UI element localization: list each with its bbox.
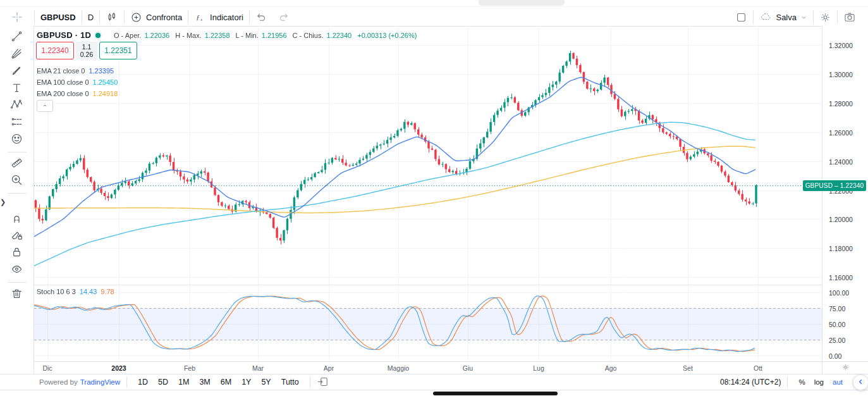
bottombar-divider	[310, 376, 310, 388]
range-button-1m[interactable]: 1M	[174, 376, 193, 388]
draw-lock-button[interactable]	[5, 228, 29, 245]
last-price-tag: GBPUSD – 1.22340	[803, 180, 866, 191]
bid-ask-panel: 1.22340 1.1 0.26 1.22351	[36, 42, 137, 59]
range-button-tutto[interactable]: Tutto	[277, 376, 303, 388]
spread-box: 1.1 0.26	[76, 42, 97, 59]
stoch-legend[interactable]: Stoch 10 6 3 14.43 9.78	[37, 288, 114, 295]
time-tick-label: Dic	[42, 364, 52, 372]
range-button-3m[interactable]: 3M	[195, 376, 214, 388]
hide-all-button[interactable]	[5, 262, 29, 279]
time-axis[interactable]: Dic2023FebMarAprMaggioGiuLugAgoSetOtt	[34, 361, 822, 374]
toolbar-separator	[8, 152, 27, 152]
ohlc-values: O - Aper.1.22036 H - Max.1.22358 L - Min…	[114, 32, 419, 39]
market-status-dot[interactable]	[95, 33, 101, 38]
brush-button[interactable]	[5, 63, 29, 80]
stoch-tick-label: 0.00	[829, 352, 841, 360]
range-button-1y[interactable]: 1Y	[237, 376, 255, 388]
sell-button[interactable]: 1.22340	[36, 42, 74, 59]
bid-value: 1.22340	[41, 46, 68, 55]
save-label: Salva	[776, 13, 797, 22]
stoch-tick-label: 50.00	[829, 321, 845, 328]
range-button-1d[interactable]: 1D	[133, 376, 152, 388]
zoom-in-button[interactable]	[5, 173, 29, 190]
time-tick-label: Giu	[463, 364, 473, 372]
lock-all-button[interactable]	[5, 245, 29, 262]
symbol-label: GBPUSD	[40, 13, 76, 22]
pane-settings-gear-icon[interactable]	[841, 362, 850, 374]
symbol-button[interactable]: GBPUSD	[35, 8, 82, 26]
time-tick-label: Ott	[754, 364, 762, 372]
stoch-name: Stoch 10 6 3	[37, 288, 76, 295]
indicator-row[interactable]: EMA 200 close 01.24918	[37, 90, 118, 97]
settings-button[interactable]	[814, 8, 837, 26]
change-value: +0.00313 (+0.26%)	[357, 32, 417, 39]
fx-icon: ƒx	[194, 11, 206, 23]
go-to-date-icon[interactable]	[317, 376, 329, 389]
xabcd-pattern-button[interactable]	[5, 97, 29, 114]
trash-button[interactable]	[5, 286, 29, 303]
left-panel-arrow[interactable]: ❯	[0, 196, 6, 207]
magnet-button[interactable]	[5, 211, 29, 228]
spread-bottom: 0.26	[80, 51, 93, 58]
range-button-5d[interactable]: 5D	[154, 376, 173, 388]
indicators-button[interactable]: ƒx Indicatori	[188, 8, 249, 26]
range-button-5y[interactable]: 5Y	[257, 376, 275, 388]
ruler-button[interactable]	[5, 156, 29, 173]
gear-icon	[819, 11, 831, 23]
toolbar-separator	[8, 282, 27, 283]
text-icon	[10, 81, 23, 97]
redo-button[interactable]	[272, 8, 295, 26]
collapse-panel-button[interactable]	[853, 374, 868, 390]
pitchfork-button[interactable]	[5, 46, 29, 63]
toolbar-separator	[8, 193, 27, 194]
emoji-button[interactable]	[5, 132, 29, 149]
save-button[interactable]: Salva	[754, 8, 813, 26]
time-tick-label: Feb	[184, 364, 195, 372]
collapse-indicators-button[interactable]	[37, 100, 53, 112]
range-button-6m[interactable]: 6M	[216, 376, 236, 388]
camera-icon	[843, 11, 856, 23]
price-tick-label: 1.24000	[829, 158, 853, 166]
buy-button[interactable]: 1.22351	[99, 42, 137, 59]
auto-scale-button[interactable]: aut	[833, 378, 843, 386]
chart-canvas[interactable]	[34, 26, 822, 361]
ruler-icon	[10, 156, 23, 172]
crosshair-mode-button[interactable]	[0, 8, 34, 26]
svg-text:ƒ: ƒ	[196, 13, 200, 20]
layout-button[interactable]	[730, 8, 753, 26]
draw-lock-icon	[10, 228, 23, 244]
lock-all-icon	[10, 245, 23, 261]
chart-style-button[interactable]	[100, 8, 124, 26]
time-tick-label: 2023	[111, 364, 126, 372]
trend-line-button[interactable]	[5, 29, 29, 46]
percent-scale-button[interactable]: %	[798, 378, 805, 386]
indicator-value: 1.24918	[93, 90, 118, 97]
price-axis[interactable]: 1.320001.300001.280001.260001.240001.220…	[822, 26, 868, 361]
high-value: 1.22358	[205, 32, 230, 39]
price-tick-label: 1.16000	[829, 274, 853, 282]
interval-button[interactable]: D	[82, 8, 99, 26]
time-tick-label: Lug	[533, 364, 544, 372]
clock[interactable]: 08:14:24 (UTC+2)	[720, 378, 781, 387]
indicator-row[interactable]: EMA 100 close 01.25450	[37, 78, 118, 86]
high-label: H - Max.	[175, 32, 202, 39]
text-button[interactable]	[5, 80, 29, 97]
indicator-row[interactable]: EMA 21 close 01.23395	[37, 67, 114, 75]
indicator-label: EMA 200 close 0	[37, 90, 89, 97]
compare-button[interactable]: Confronta	[125, 8, 188, 26]
log-scale-button[interactable]: log	[814, 378, 824, 386]
indicator-label: EMA 21 close 0	[37, 67, 85, 75]
screenshot-button[interactable]	[838, 8, 862, 26]
legend-symbol-title[interactable]: GBPUSD · 1D	[37, 30, 91, 40]
tradingview-link[interactable]: TradingView	[80, 378, 120, 386]
undo-button[interactable]	[250, 8, 272, 26]
plus-circle-icon	[130, 11, 142, 23]
bottom-toolbar: Powered by TradingView 1D5D1M3M6M1Y5YTut…	[0, 374, 868, 390]
redo-icon	[278, 11, 290, 23]
forecast-button[interactable]	[5, 114, 29, 132]
indicator-value: 1.23395	[89, 67, 114, 75]
close-value: 1.22340	[326, 32, 351, 39]
time-tick-label: Maggio	[388, 364, 409, 372]
price-tick-label: 1.18000	[829, 245, 853, 252]
price-tick-label: 1.28000	[829, 100, 853, 108]
